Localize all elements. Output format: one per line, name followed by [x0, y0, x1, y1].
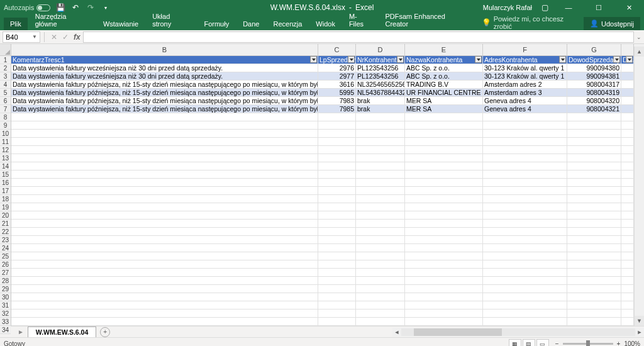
- cell[interactable]: [405, 293, 483, 301]
- table-header-cell[interactable]: DowodSprzedazy: [567, 56, 621, 64]
- cell[interactable]: [621, 187, 634, 195]
- tab-data[interactable]: Dane: [236, 18, 265, 30]
- zoom-control[interactable]: − + 100%: [555, 340, 640, 346]
- cell[interactable]: [567, 187, 621, 195]
- table-header-cell[interactable]: Data: [621, 56, 634, 64]
- cell[interactable]: [11, 318, 318, 326]
- cell[interactable]: [405, 211, 483, 220]
- cell[interactable]: [621, 301, 634, 310]
- row-header[interactable]: 21: [0, 220, 11, 228]
- cell[interactable]: [405, 220, 483, 228]
- scroll-left-icon[interactable]: ◄: [392, 329, 401, 335]
- cell[interactable]: [405, 260, 483, 269]
- cell[interactable]: [567, 301, 621, 310]
- cell[interactable]: [356, 162, 405, 170]
- sheet-nav-next[interactable]: ►: [14, 328, 28, 335]
- cell[interactable]: [318, 203, 356, 211]
- cell[interactable]: [318, 277, 356, 285]
- cell[interactable]: [318, 187, 356, 195]
- tab-view[interactable]: Widok: [309, 18, 341, 30]
- cell[interactable]: [318, 154, 356, 162]
- cell[interactable]: [405, 252, 483, 260]
- cell[interactable]: [405, 203, 483, 211]
- cell[interactable]: [356, 220, 405, 228]
- cell[interactable]: [621, 146, 634, 154]
- cell[interactable]: 30-123 Kraków al. qwerty 1: [483, 72, 567, 81]
- cell[interactable]: [621, 130, 634, 138]
- cell[interactable]: Data wystawienia faktury późniejsza, niż…: [11, 97, 318, 105]
- cell[interactable]: [567, 293, 621, 301]
- tab-review[interactable]: Recenzja: [267, 18, 308, 30]
- col-header-B[interactable]: B: [11, 44, 318, 55]
- tab-file[interactable]: Plik: [4, 18, 28, 30]
- cell[interactable]: [483, 260, 567, 269]
- filter-icon[interactable]: [559, 56, 566, 63]
- cell[interactable]: [318, 244, 356, 252]
- close-button[interactable]: ✕: [618, 0, 640, 15]
- cell[interactable]: Geneva adres 4: [483, 97, 567, 105]
- cell[interactable]: [483, 301, 567, 310]
- select-all-cell[interactable]: [0, 44, 11, 56]
- cell[interactable]: [405, 138, 483, 146]
- cell[interactable]: [405, 236, 483, 244]
- col-header-G[interactable]: G: [567, 44, 621, 55]
- cell[interactable]: [11, 179, 318, 187]
- cell[interactable]: [405, 228, 483, 236]
- cell[interactable]: Data wystawienia faktury wcześniejsza ni…: [11, 64, 318, 72]
- tell-me-search[interactable]: 💡 Powiedz mi, co chcesz zrobić: [482, 15, 582, 30]
- cell[interactable]: [356, 318, 405, 326]
- cell[interactable]: [356, 310, 405, 318]
- cell[interactable]: [11, 293, 318, 301]
- cell[interactable]: [356, 301, 405, 310]
- cell[interactable]: NL325465652566: [356, 81, 405, 89]
- row-header[interactable]: 15: [0, 170, 11, 179]
- cell[interactable]: [318, 113, 356, 121]
- cell[interactable]: [405, 310, 483, 318]
- cell[interactable]: [318, 310, 356, 318]
- table-header-cell[interactable]: NrKontrahenta: [356, 56, 405, 64]
- row-header[interactable]: 24: [0, 244, 11, 252]
- row-header[interactable]: 23: [0, 236, 11, 244]
- row-header[interactable]: 14: [0, 162, 11, 170]
- cell[interactable]: [318, 179, 356, 187]
- cell[interactable]: [405, 130, 483, 138]
- cell[interactable]: [318, 211, 356, 220]
- cell[interactable]: [318, 228, 356, 236]
- cell[interactable]: [621, 121, 634, 130]
- cell[interactable]: 990094380: [567, 64, 621, 72]
- cell[interactable]: [405, 269, 483, 277]
- cell[interactable]: [483, 154, 567, 162]
- cell[interactable]: [11, 121, 318, 130]
- filter-icon[interactable]: [310, 56, 317, 63]
- row-header[interactable]: 17: [0, 187, 11, 195]
- cell[interactable]: [356, 260, 405, 269]
- cell[interactable]: [483, 252, 567, 260]
- cell[interactable]: [483, 236, 567, 244]
- cell[interactable]: [483, 285, 567, 293]
- cell[interactable]: [318, 162, 356, 170]
- accept-formula-icon[interactable]: ✓: [60, 33, 71, 42]
- cell[interactable]: [11, 187, 318, 195]
- cell[interactable]: [567, 179, 621, 187]
- cell[interactable]: [621, 89, 634, 97]
- cell[interactable]: [11, 203, 318, 211]
- cell[interactable]: [318, 130, 356, 138]
- cell[interactable]: [11, 285, 318, 293]
- fx-icon[interactable]: fx: [74, 33, 80, 42]
- cell[interactable]: NL543678844324: [356, 89, 405, 97]
- cell[interactable]: [621, 105, 634, 113]
- cell[interactable]: [483, 170, 567, 179]
- cell[interactable]: [11, 301, 318, 310]
- scroll-up-icon[interactable]: ▲: [635, 47, 644, 57]
- cell[interactable]: [356, 236, 405, 244]
- cell[interactable]: [318, 121, 356, 130]
- cell[interactable]: ABC Sp. z o.o.: [405, 72, 483, 81]
- cell[interactable]: ABC Sp. z o.o.: [405, 64, 483, 72]
- cell[interactable]: [621, 170, 634, 179]
- cell[interactable]: [621, 277, 634, 285]
- zoom-in-icon[interactable]: +: [617, 340, 621, 346]
- cell[interactable]: [483, 293, 567, 301]
- cell[interactable]: [318, 318, 356, 326]
- cell[interactable]: [483, 121, 567, 130]
- filter-icon[interactable]: [613, 56, 620, 63]
